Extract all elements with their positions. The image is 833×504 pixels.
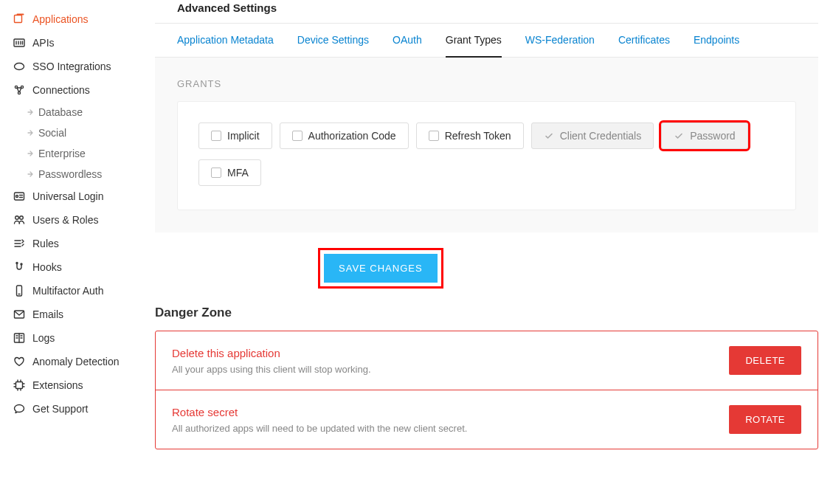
tab-certificates[interactable]: Certificates xyxy=(618,24,670,57)
svg-point-12 xyxy=(21,263,22,265)
grant-implicit[interactable]: Implicit xyxy=(198,122,272,149)
sidebar-subitem-enterprise[interactable]: Enterprise xyxy=(10,143,155,164)
hooks-icon xyxy=(13,261,25,273)
save-changes-button[interactable]: SAVE CHANGES xyxy=(324,254,438,283)
sidebar-item-label: Universal Login xyxy=(32,190,104,202)
sidebar-item-apis[interactable]: APIs xyxy=(10,31,155,55)
apps-icon xyxy=(13,13,25,25)
tab-device-settings[interactable]: Device Settings xyxy=(297,24,369,57)
checkbox[interactable] xyxy=(211,168,221,178)
sidebar-item-label: Rules xyxy=(32,238,59,249)
grant-mfa[interactable]: MFA xyxy=(198,159,261,186)
sidebar-subitem-database[interactable]: Database xyxy=(10,102,155,122)
danger-zone-title: Danger Zone xyxy=(155,305,818,320)
grant-client-credentials: Client Credentials xyxy=(531,122,654,149)
tab-endpoints[interactable]: Endpoints xyxy=(694,24,739,57)
connections-icon xyxy=(13,84,25,96)
users-icon xyxy=(13,214,25,226)
tab-ws-federation[interactable]: WS-Federation xyxy=(525,24,595,57)
tab-grant-types[interactable]: Grant Types xyxy=(446,24,502,58)
check-icon xyxy=(674,131,684,141)
sidebar-item-label: Extensions xyxy=(32,379,83,391)
svg-rect-0 xyxy=(15,15,22,23)
sidebar-item-emails[interactable]: Emails xyxy=(10,303,155,326)
mfa-icon xyxy=(13,285,25,297)
sidebar-subitem-social[interactable]: Social xyxy=(10,122,155,143)
sidebar-item-label: Hooks xyxy=(32,261,62,273)
svg-point-3 xyxy=(15,63,24,70)
apis-icon xyxy=(13,37,25,49)
svg-rect-1 xyxy=(17,14,24,15)
sso-icon xyxy=(13,61,25,72)
grants-label: GRANTS xyxy=(177,78,796,89)
email-icon xyxy=(13,308,25,320)
logs-icon xyxy=(13,332,25,344)
sidebar-item-label: SSO Integrations xyxy=(32,61,111,72)
sidebar-item-multifactor-auth[interactable]: Multifactor Auth xyxy=(10,279,155,303)
sidebar-item-get-support[interactable]: Get Support xyxy=(10,397,155,421)
danger-desc: All authorized apps will need to be upda… xyxy=(172,423,467,434)
tab-application-metadata[interactable]: Application Metadata xyxy=(177,24,274,57)
sidebar-item-hooks[interactable]: Hooks xyxy=(10,255,155,279)
sidebar-item-label: Connections xyxy=(32,84,90,96)
sidebar-subitem-label: Database xyxy=(38,106,83,118)
checkbox[interactable] xyxy=(429,131,439,141)
danger-heading: Delete this application xyxy=(172,347,371,359)
grant-refresh-token[interactable]: Refresh Token xyxy=(416,122,524,149)
arrow-icon xyxy=(27,150,34,157)
svg-rect-16 xyxy=(16,382,23,389)
rules-icon xyxy=(13,238,25,249)
svg-point-9 xyxy=(15,216,19,220)
sidebar-item-universal-login[interactable]: Universal Login xyxy=(10,184,155,208)
chat-icon xyxy=(13,403,25,415)
rotate-button[interactable]: ROTATE xyxy=(729,405,801,434)
grant-label: Authorization Code xyxy=(308,131,396,141)
sidebar-item-applications[interactable]: Applications xyxy=(10,7,155,31)
grant-label: Client Credentials xyxy=(560,131,642,141)
sidebar-item-label: Anomaly Detection xyxy=(32,356,120,367)
danger-heading: Rotate secret xyxy=(172,406,467,418)
sidebar-subitem-label: Enterprise xyxy=(38,148,86,159)
sidebar-item-label: APIs xyxy=(32,37,55,49)
delete-button[interactable]: DELETE xyxy=(729,346,801,375)
sidebar-item-connections[interactable]: Connections xyxy=(10,78,155,102)
svg-point-8 xyxy=(16,196,18,198)
heart-icon xyxy=(13,356,25,367)
sidebar-subitem-label: Passwordless xyxy=(38,168,102,180)
sidebar-item-rules[interactable]: Rules xyxy=(10,232,155,255)
grant-authorization-code[interactable]: Authorization Code xyxy=(280,122,409,149)
sidebar-item-label: Get Support xyxy=(32,403,89,415)
sidebar-item-label: Multifactor Auth xyxy=(32,285,104,297)
danger-item: Rotate secretAll authorized apps will ne… xyxy=(156,390,818,449)
checkbox[interactable] xyxy=(211,131,221,141)
sidebar-item-anomaly-detection[interactable]: Anomaly Detection xyxy=(10,350,155,373)
grant-label: Password xyxy=(690,131,735,141)
svg-point-10 xyxy=(20,216,24,220)
sidebar-item-logs[interactable]: Logs xyxy=(10,326,155,350)
sidebar-item-label: Applications xyxy=(32,13,89,25)
check-icon xyxy=(544,131,554,141)
grant-label: Implicit xyxy=(227,131,260,141)
sidebar-item-users-roles[interactable]: Users & Roles xyxy=(10,208,155,232)
danger-desc: All your apps using this client will sto… xyxy=(172,364,371,375)
grant-password: Password xyxy=(661,122,747,149)
save-highlight: SAVE CHANGES xyxy=(320,250,441,286)
sidebar-item-label: Emails xyxy=(32,308,63,320)
grant-label: Refresh Token xyxy=(445,131,511,141)
card-icon xyxy=(13,190,25,202)
sidebar-subitem-passwordless[interactable]: Passwordless xyxy=(10,164,155,184)
sidebar-item-label: Users & Roles xyxy=(32,214,98,226)
sidebar-item-extensions[interactable]: Extensions xyxy=(10,373,155,397)
sidebar-item-label: Logs xyxy=(32,332,55,344)
arrow-icon xyxy=(27,170,34,178)
checkbox[interactable] xyxy=(292,131,303,141)
danger-item: Delete this applicationAll your apps usi… xyxy=(156,331,818,390)
section-title: Advanced Settings xyxy=(155,0,818,23)
sidebar-subitem-label: Social xyxy=(38,127,66,139)
chip-icon xyxy=(13,379,25,391)
arrow-icon xyxy=(27,108,34,116)
sidebar-item-sso-integrations[interactable]: SSO Integrations xyxy=(10,55,155,78)
arrow-icon xyxy=(27,129,34,137)
tab-oauth[interactable]: OAuth xyxy=(393,24,422,57)
grant-label: MFA xyxy=(227,168,249,178)
